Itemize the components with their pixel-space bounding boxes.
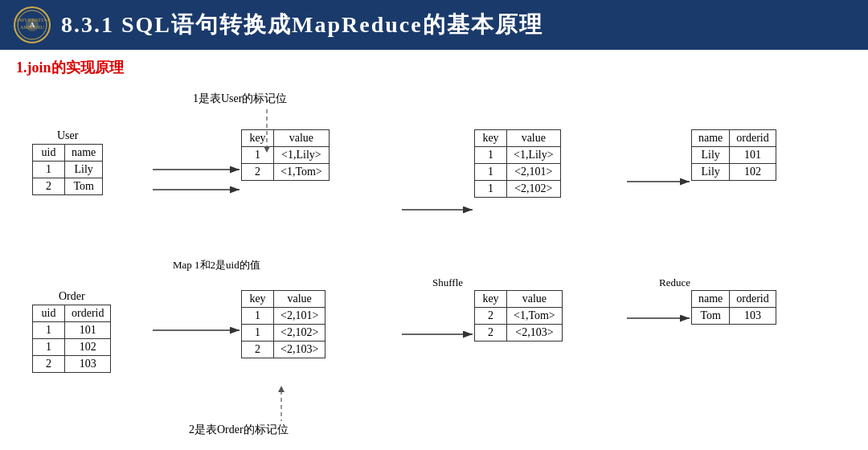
col-name: name bbox=[692, 130, 730, 147]
table-row: Tom 103 bbox=[692, 308, 776, 325]
col-orderid: orderid bbox=[730, 291, 776, 308]
shuffle-table-bottom: key value 2 <1,Tom> 2 <2,103> bbox=[474, 290, 563, 342]
order-col-orderid: orderid bbox=[65, 305, 111, 322]
col-name: name bbox=[692, 291, 730, 308]
order-table: uid orderid 1 101 1 102 2 103 bbox=[32, 305, 111, 373]
table-row: Lily 101 bbox=[692, 147, 776, 164]
user-table-container: User uid name 1 Lily 2 Tom bbox=[32, 129, 103, 195]
table-row: 1 <2,102> bbox=[242, 325, 326, 342]
shuffle-label: Shuffle bbox=[432, 276, 463, 289]
main-content: 1.join的实现原理 User uid name 1 Lily 2 Tom bbox=[0, 50, 868, 450]
order-col-uid: uid bbox=[33, 305, 65, 322]
svg-marker-18 bbox=[278, 386, 285, 392]
order-table-container: Order uid orderid 1 101 1 102 2 103 bbox=[32, 290, 111, 373]
col-key: key bbox=[475, 130, 507, 147]
table-row: 1 <1,Lily> bbox=[475, 147, 561, 164]
user-col-uid: uid bbox=[33, 145, 65, 162]
annotation-user-marker: 1是表User的标记位 bbox=[193, 92, 287, 106]
user-table-label: User bbox=[32, 129, 103, 142]
section-title: 1.join的实现原理 bbox=[16, 58, 852, 77]
annotation-map-uid: Map 1和2是uid的值 bbox=[173, 258, 260, 272]
table-row: Lily 102 bbox=[692, 164, 776, 181]
svg-text:A: A bbox=[30, 21, 35, 29]
reduce-label: Reduce bbox=[659, 276, 690, 289]
annotation-order-marker: 2是表Order的标记位 bbox=[189, 423, 289, 437]
col-key: key bbox=[242, 130, 274, 147]
table-row: 1 102 bbox=[33, 339, 111, 356]
user-table: uid name 1 Lily 2 Tom bbox=[32, 144, 103, 195]
table-row: 1 <2,101> bbox=[242, 308, 326, 325]
table-row: 1 Lily bbox=[33, 162, 103, 178]
table-row: 2 <1,Tom> bbox=[242, 164, 330, 181]
col-key: key bbox=[242, 291, 274, 308]
result-table2-container: name orderid Tom 103 bbox=[691, 290, 776, 325]
col-value: value bbox=[507, 130, 561, 147]
diagram-area: User uid name 1 Lily 2 Tom key bbox=[16, 85, 852, 450]
map-order-table-container: key value 1 <2,101> 1 <2,102> 2 <2,103> bbox=[241, 290, 326, 358]
university-logo-icon: UNIVERSITAS AMBLURU A bbox=[13, 6, 51, 44]
table-row: 1 <2,102> bbox=[475, 181, 561, 198]
table-row: 2 <2,103> bbox=[242, 342, 326, 358]
col-orderid: orderid bbox=[730, 130, 776, 147]
table-row: 1 101 bbox=[33, 322, 111, 339]
col-key: key bbox=[475, 291, 507, 308]
shuffle-table-bottom-container: key value 2 <1,Tom> 2 <2,103> bbox=[474, 290, 563, 342]
order-table-label: Order bbox=[32, 290, 111, 303]
shuffle-table-top-container: key value 1 <1,Lily> 1 <2,101> 1 <2,102> bbox=[474, 129, 561, 198]
table-row: 1 <1,Lily> bbox=[242, 147, 330, 164]
shuffle-table-top: key value 1 <1,Lily> 1 <2,101> 1 <2,102> bbox=[474, 129, 561, 198]
header: UNIVERSITAS AMBLURU A 8.3.1 SQL语句转换成MapR… bbox=[0, 0, 868, 50]
table-row: 1 <2,101> bbox=[475, 164, 561, 181]
col-value: value bbox=[274, 130, 330, 147]
col-value: value bbox=[274, 291, 326, 308]
table-row: 2 <2,103> bbox=[475, 325, 563, 342]
table-row: 2 <1,Tom> bbox=[475, 308, 563, 325]
result-table1-container: name orderid Lily 101 Lily 102 bbox=[691, 129, 776, 181]
result-table1: name orderid Lily 101 Lily 102 bbox=[691, 129, 776, 181]
page-title: 8.3.1 SQL语句转换成MapReduce的基本原理 bbox=[61, 10, 543, 40]
map-user-table-container: key value 1 <1,Lily> 2 <1,Tom> bbox=[241, 129, 330, 181]
user-col-name: name bbox=[65, 145, 103, 162]
map-user-table: key value 1 <1,Lily> 2 <1,Tom> bbox=[241, 129, 330, 181]
col-value: value bbox=[507, 291, 563, 308]
table-row: 2 Tom bbox=[33, 178, 103, 195]
map-order-table: key value 1 <2,101> 1 <2,102> 2 <2,103> bbox=[241, 290, 326, 358]
result-table2: name orderid Tom 103 bbox=[691, 290, 776, 325]
table-row: 2 103 bbox=[33, 356, 111, 373]
